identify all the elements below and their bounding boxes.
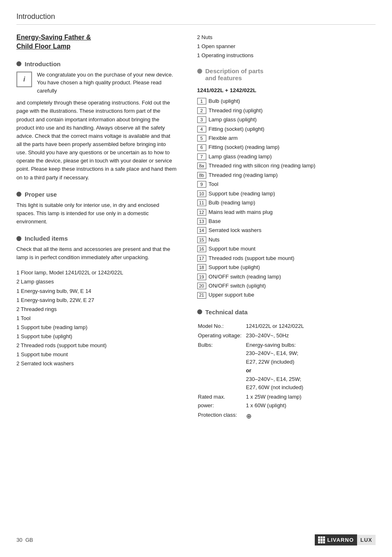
part-label: Lamp glass (reading lamp): [209, 152, 272, 161]
list-item: 17Threaded rods (support tube mount): [197, 254, 376, 262]
lux-logo: LUX: [357, 535, 376, 545]
part-label: Base: [209, 217, 221, 225]
right-top-list: 2 Nuts1 Open spanner1 Operating instruct…: [197, 33, 376, 60]
included-items-list: 1 Floor lamp, Model 1241/022L or 1242/02…: [16, 268, 177, 368]
technical-section: Technical data Model No.:1241/022L or 12…: [197, 309, 376, 422]
list-item: 18Support tube (uplight): [197, 263, 376, 272]
intro-inline-text: We congratulate you on the purchase of y…: [37, 71, 177, 95]
table-row: Protection class:⊕: [198, 411, 375, 422]
info-icon: i: [16, 72, 32, 87]
part-label: Support tube (uplight): [209, 263, 260, 272]
parts-list: 1Bulb (uplight)2Threaded ring (uplight)3…: [197, 97, 376, 299]
right-column: 2 Nuts1 Open spanner1 Operating instruct…: [189, 33, 376, 422]
tech-label: Operating voltage:: [198, 332, 245, 340]
part-label: Fitting (socket) (reading lamp): [209, 143, 280, 151]
part-number: 10: [197, 190, 206, 197]
part-number: 11: [197, 200, 206, 206]
part-label: Upper support tube: [209, 290, 254, 299]
part-number: 21: [197, 292, 206, 299]
part-number: 16: [197, 246, 206, 252]
part-label: Tool: [209, 180, 219, 188]
list-item: 21Upper support tube: [197, 290, 376, 299]
part-number: 9: [197, 181, 206, 188]
list-item: 1 Tool: [16, 314, 177, 323]
part-label: ON/OFF switch (reading lamp): [209, 272, 281, 281]
list-item: 11Bulb (reading lamp): [197, 198, 376, 207]
part-label: Serrated lock washers: [209, 226, 262, 234]
list-item: 2 Threaded rings: [16, 305, 177, 314]
livarno-logo: LIVARNO: [315, 534, 357, 545]
part-number: 15: [197, 237, 206, 243]
included-items-intro: Check that all the items and accessories…: [16, 245, 177, 262]
list-item: 20ON/OFF switch (uplight): [197, 281, 376, 290]
part-label: Fitting (socket) (uplight): [209, 125, 265, 133]
part-label: Bulb (reading lamp): [209, 198, 255, 207]
table-row: Bulbs:Energy-saving bulbs:230–240V~, E14…: [198, 341, 375, 392]
part-label: Flexible arm: [209, 134, 238, 142]
description-heading: Description of partsand features: [197, 67, 376, 81]
part-number: 14: [197, 227, 206, 234]
list-item: 1 Energy-saving bulb, 22W, E 27: [16, 296, 177, 305]
technical-heading: Technical data: [197, 309, 376, 316]
tech-value: 230–240V~, 50Hz: [246, 332, 375, 340]
part-label: Threaded ring (reading lamp): [209, 171, 278, 179]
tech-label: Rated max. power:: [198, 393, 245, 410]
part-number: 19: [197, 274, 206, 280]
list-item: 5Flexible arm: [197, 134, 376, 142]
part-number: 12: [197, 209, 206, 216]
list-item: 16Support tube mount: [197, 244, 376, 253]
list-item: 13Base: [197, 217, 376, 225]
ground-symbol: ⊕: [246, 413, 251, 420]
part-number: 20: [197, 283, 206, 289]
table-row: Operating voltage:230–240V~, 50Hz: [198, 332, 375, 340]
list-item: 2Threaded ring (uplight): [197, 106, 376, 115]
model-label: 1241/022L + 1242/022L: [197, 87, 376, 93]
part-label: Threaded ring with silicon ring (reading…: [209, 161, 316, 170]
part-label: Threaded rods (support tube mount): [209, 254, 295, 262]
part-number: 2: [197, 107, 206, 114]
logo-box: LIVARNO LUX: [315, 534, 376, 545]
part-label: Support tube (reading lamp): [209, 189, 275, 198]
introduction-heading: Introduction: [16, 60, 177, 67]
part-number: 7: [197, 153, 206, 160]
part-label: ON/OFF switch (uplight): [209, 281, 266, 290]
list-item: 1 Support tube (uplight): [16, 332, 177, 341]
list-item: 2 Serrated lock washers: [16, 359, 177, 368]
list-item: 10Support tube (reading lamp): [197, 189, 376, 198]
part-number: 3: [197, 116, 206, 123]
part-number: 4: [197, 126, 206, 132]
technical-table: Model No.:1241/022L or 1242/022LOperatin…: [197, 321, 376, 422]
part-label: Threaded ring (uplight): [209, 106, 263, 115]
proper-use-text: This light is suitable only for interior…: [16, 201, 177, 226]
page: Introduction Energy-Saving Father &Child…: [0, 0, 392, 557]
included-items-bullet: [16, 236, 21, 241]
table-row: Model No.:1241/022L or 1242/022L: [198, 322, 375, 331]
technical-bullet: [197, 309, 202, 314]
list-item: 8bThreaded ring (reading lamp): [197, 171, 376, 179]
tech-label: Protection class:: [198, 411, 245, 422]
list-item: 3Lamp glass (uplight): [197, 115, 376, 124]
tech-value: 1 x 25W (reading lamp)1 x 60W (uplight): [246, 393, 375, 410]
logo-grid: [318, 536, 325, 543]
part-label: Lamp glass (uplight): [209, 115, 257, 124]
list-item: 4Fitting (socket) (uplight): [197, 125, 376, 133]
table-row: Rated max. power:1 x 25W (reading lamp)1…: [198, 393, 375, 410]
list-item: 19ON/OFF switch (reading lamp): [197, 272, 376, 281]
part-number: 17: [197, 255, 206, 262]
list-item: 1 Support tube mount: [16, 350, 177, 359]
list-item: 1 Operating instructions: [197, 51, 376, 60]
included-items-heading: Included items: [16, 235, 177, 242]
tech-value: Energy-saving bulbs:230–240V~, E14, 9W;E…: [246, 341, 375, 392]
part-number: 8a: [197, 162, 206, 169]
intro-body-text: and completely through these operating i…: [16, 99, 177, 181]
list-item: 2 Nuts: [197, 33, 376, 42]
introduction-bullet: [16, 61, 21, 66]
proper-use-bullet: [16, 192, 21, 197]
part-number: 5: [197, 135, 206, 142]
tech-value: 1241/022L or 1242/022L: [246, 322, 375, 331]
list-item: 1 Energy-saving bulb, 9W, E 14: [16, 287, 177, 296]
tech-label: Bulbs:: [198, 341, 245, 392]
proper-use-heading: Proper use: [16, 191, 177, 198]
list-item: 1 Open spanner: [197, 42, 376, 51]
list-item: 7Lamp glass (reading lamp): [197, 152, 376, 161]
